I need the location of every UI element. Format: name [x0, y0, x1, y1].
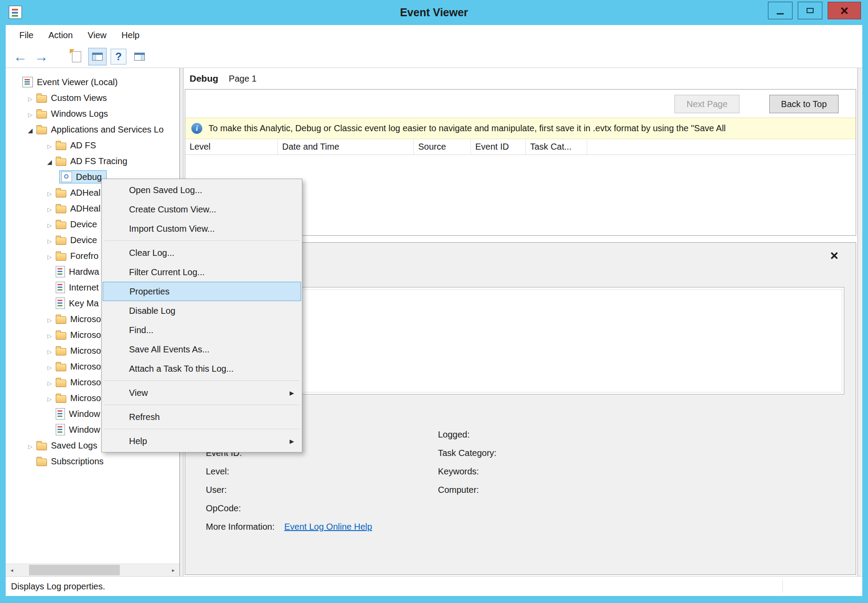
- tree-item-subscriptions[interactable]: Subscriptions: [6, 453, 179, 469]
- folder-icon: [56, 316, 66, 324]
- menu-help[interactable]: Help: [114, 25, 147, 46]
- menu-item-create-custom-view[interactable]: Create Custom View...: [103, 200, 301, 219]
- tree-item-label: Device: [70, 235, 97, 245]
- event-viewer-icon: [22, 77, 33, 87]
- menu-action[interactable]: Action: [41, 25, 80, 46]
- tree-item-ad-fs[interactable]: AD FS: [6, 137, 179, 153]
- menu-item-find[interactable]: Find...: [103, 320, 301, 340]
- scroll-left-arrow-icon[interactable]: [6, 564, 18, 576]
- expand-arrow-icon[interactable]: [43, 188, 56, 198]
- tree-item-event-viewer-local[interactable]: Event Viewer (Local): [6, 74, 179, 90]
- column-header-event-id[interactable]: Event ID: [471, 139, 526, 154]
- maximize-icon: [807, 8, 814, 13]
- column-header-task-category[interactable]: Task Cat...: [526, 139, 587, 154]
- titlebar[interactable]: Event Viewer: [0, 0, 868, 25]
- show-action-pane-button[interactable]: [130, 48, 149, 65]
- results-header: Debug Page 1: [183, 68, 857, 89]
- tree-item-label: Key Ma: [69, 298, 99, 309]
- tree-item-label: Hardwa: [69, 267, 99, 277]
- tree-item-custom-views[interactable]: Custom Views: [6, 90, 179, 106]
- tree-item-windows-logs[interactable]: Windows Logs: [6, 106, 179, 122]
- expand-arrow-icon[interactable]: [43, 140, 56, 151]
- toolbar: [6, 46, 862, 68]
- expand-arrow-icon[interactable]: [43, 219, 56, 230]
- column-header-source[interactable]: Source: [414, 139, 471, 154]
- export-list-button[interactable]: [67, 48, 86, 65]
- close-button[interactable]: [828, 2, 861, 19]
- event-log-icon: [56, 282, 65, 293]
- menu-separator: [104, 380, 300, 381]
- info-bar: To make this Analytic, Debug or Classic …: [185, 118, 856, 139]
- minimize-button[interactable]: [768, 2, 793, 19]
- expand-arrow-icon[interactable]: [43, 393, 56, 403]
- tree-item-ad-fs-tracing[interactable]: AD FS Tracing: [6, 153, 179, 169]
- menu-item-refresh[interactable]: Refresh: [103, 407, 301, 427]
- menu-item-save-all-events-as[interactable]: Save All Events As...: [103, 340, 301, 359]
- expand-arrow-icon[interactable]: [43, 204, 56, 214]
- menu-view[interactable]: View: [80, 25, 114, 46]
- expand-arrow-icon[interactable]: [43, 346, 56, 356]
- help-button[interactable]: [109, 48, 128, 65]
- event-log-online-help-link[interactable]: Event Log Online Help: [284, 522, 372, 531]
- forward-button[interactable]: [32, 48, 50, 65]
- expand-arrow-icon[interactable]: [43, 314, 56, 324]
- back-button[interactable]: [11, 48, 29, 65]
- menu-item-disable-log[interactable]: Disable Log: [103, 301, 301, 320]
- context-menu: Open Saved Log... Create Custom View... …: [101, 179, 302, 452]
- field-label-level: Level:: [206, 467, 229, 477]
- window-controls: [768, 2, 861, 19]
- folder-icon: [56, 206, 66, 213]
- column-header-level[interactable]: Level: [185, 139, 278, 154]
- menu-item-import-custom-view[interactable]: Import Custom View...: [103, 219, 301, 238]
- tree-item-label: Microso: [70, 330, 101, 340]
- folder-icon: [56, 364, 66, 371]
- column-header-date-and-time[interactable]: Date and Time: [278, 139, 414, 154]
- status-text: Displays Log properties.: [11, 581, 105, 592]
- expand-arrow-icon[interactable]: [43, 330, 56, 340]
- expand-arrow-icon[interactable]: [43, 377, 56, 388]
- menu-item-filter-current-log[interactable]: Filter Current Log...: [103, 262, 301, 282]
- tree-item-label: Event Viewer (Local): [37, 77, 118, 87]
- next-page-button[interactable]: Next Page: [674, 95, 739, 113]
- tree-item-applications-and-services-logs[interactable]: Applications and Services Lo: [6, 122, 179, 137]
- maximize-button[interactable]: [798, 2, 822, 19]
- menu-item-properties[interactable]: Properties: [103, 282, 301, 301]
- folder-icon: [56, 332, 66, 340]
- show-console-tree-button[interactable]: [88, 48, 107, 65]
- menu-item-attach-task[interactable]: Attach a Task To this Log...: [103, 359, 301, 378]
- expand-arrow-icon[interactable]: [24, 441, 36, 451]
- tree-item-label: Saved Logs: [51, 441, 97, 451]
- tree-item-label: Microso: [70, 346, 101, 356]
- window-title: Event Viewer: [0, 0, 868, 25]
- tree-item-label: Debug: [76, 172, 102, 182]
- expand-arrow-icon[interactable]: [24, 93, 36, 103]
- expand-arrow-icon[interactable]: [43, 362, 56, 372]
- collapse-arrow-icon[interactable]: [24, 125, 36, 135]
- column-header-filler: [587, 139, 856, 154]
- expand-arrow-icon[interactable]: [24, 109, 36, 119]
- collapse-arrow-icon[interactable]: [43, 156, 56, 166]
- scrollbar-thumb[interactable]: [29, 565, 120, 575]
- expand-arrow-icon[interactable]: [43, 251, 56, 261]
- forward-icon: [34, 50, 48, 64]
- back-to-top-button[interactable]: Back to Top: [769, 95, 839, 113]
- scroll-right-arrow-icon[interactable]: [167, 564, 179, 576]
- menu-item-view[interactable]: View: [103, 383, 301, 402]
- menu-item-open-saved-log[interactable]: Open Saved Log...: [103, 180, 301, 200]
- menu-item-help[interactable]: Help: [103, 431, 301, 451]
- tree-item-label: Microso: [70, 314, 101, 324]
- horizontal-scrollbar[interactable]: [6, 564, 179, 576]
- submenu-arrow-icon: [290, 383, 294, 402]
- log-icon: [61, 172, 72, 182]
- expand-arrow-icon[interactable]: [43, 235, 56, 245]
- tree-item-label: Microso: [70, 377, 101, 388]
- menu-item-clear-log[interactable]: Clear Log...: [103, 243, 301, 262]
- preview-close-icon[interactable]: [828, 249, 841, 262]
- field-label-keywords: Keywords:: [438, 467, 479, 477]
- folder-icon: [36, 127, 47, 134]
- menu-file[interactable]: File: [12, 25, 41, 46]
- tree-item-label: Forefro: [70, 251, 98, 261]
- tree-item-label: Internet: [69, 283, 99, 293]
- folder-icon: [56, 222, 66, 229]
- field-label-computer: Computer:: [438, 485, 479, 495]
